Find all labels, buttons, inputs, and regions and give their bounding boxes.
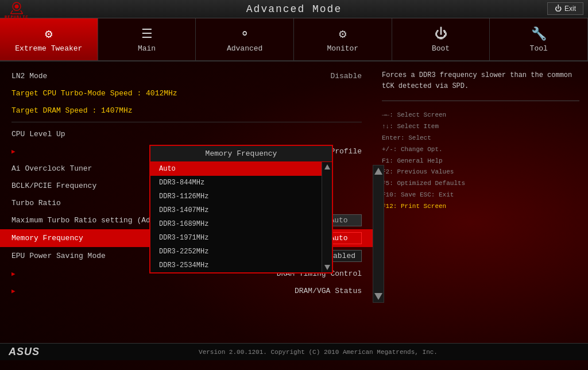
dropdown-scroll-down[interactable] [324,265,330,270]
memory-frequency-dropdown: Memory Frequency Auto DDR3-844MHz DDR3-1… [149,145,333,273]
header-title: Advanced Mode [246,3,342,15]
menu-item-ln2-mode[interactable]: LN2 Mode Disable [0,67,373,84]
exit-icon: ⏻ [555,5,562,13]
footer: ASUS Version 2.00.1201. Copyright (C) 20… [0,343,588,360]
cpu-level-up-label: CPU Level Up [11,130,65,138]
footer-copyright: Version 2.00.1201. Copyright (C) 2010 Am… [57,349,579,356]
tab-advanced[interactable]: ⚬ Advanced [196,18,294,60]
bclk-pcie-label: BCLK/PCIE Frequency [11,182,96,190]
key-f5: F5: Optimized Defaults [382,178,579,190]
key-select-item: ↑↓: Select Item [382,121,579,133]
help-description: Forces a DDR3 frequency slower than the … [382,70,579,92]
main-icon: ☰ [141,26,153,42]
monitor-icon: ⚙ [339,26,346,42]
memory-frequency-label: Memory Frequency [11,234,83,242]
dropdown-item-ddr3-1126[interactable]: DDR3-1126MHz [150,190,332,203]
tab-extreme-tweaker[interactable]: ⚙ Extreme Tweaker [0,18,98,60]
separator-1 [11,122,362,122]
advanced-icon: ⚬ [239,26,250,42]
footer-logo: ASUS [9,346,40,358]
key-help-section: →←: Select Screen ↑↓: Select Item Enter:… [382,110,579,212]
menu-item-cpu-level-up[interactable]: CPU Level Up [0,125,373,142]
tab-boot[interactable]: ⏻ Boot [392,18,490,60]
svg-point-1 [14,5,18,9]
boot-icon: ⏻ [435,26,447,42]
dram-timing-arrow: ▶ [11,270,16,278]
dropdown-item-auto[interactable]: Auto [150,162,332,176]
nav-tabs: ⚙ Extreme Tweaker ☰ Main ⚬ Advanced ⚙ Mo… [0,18,588,61]
main-scrollbar [373,165,384,303]
turbo-ratio-label: Turbo Ratio [11,199,61,207]
tab-monitor[interactable]: ⚙ Monitor [294,18,392,60]
dropdown-item-ddr3-1689[interactable]: DDR3-1689MHz [150,217,332,231]
tab-extreme-tweaker-label: Extreme Tweaker [15,44,82,53]
menu-item-dram-vga[interactable]: ▶ DRAM/VGA Status [0,282,373,299]
key-f2: F2: Previous Values [382,167,579,178]
cpu-turbo-label: Target CPU Turbo-Mode Speed : 4012MHz [11,89,177,98]
key-f12: F12: Print Screen [382,201,579,213]
main-content: LN2 Mode Disable Target CPU Turbo-Mode S… [0,61,588,343]
load-oc-arrow: ▶ [11,148,16,155]
scroll-up-button[interactable] [374,168,382,175]
key-f10: F10: Save ESC: Exit [382,190,579,201]
header-bar: REPUBLIC OF GAMERS Advanced Mode ⏻ Exit [0,0,588,18]
ln2-mode-label: LN2 Mode [11,72,47,80]
tab-boot-label: Boot [432,44,450,53]
help-divider [382,101,579,101]
tab-advanced-label: Advanced [227,44,262,53]
left-panel: LN2 Mode Disable Target CPU Turbo-Mode S… [0,61,373,343]
key-enter: Enter: Select [382,133,579,144]
dropdown-item-ddr3-2534[interactable]: DDR3-2534MHz [150,259,332,272]
right-panel: Forces a DDR3 frequency slower than the … [373,61,588,343]
svg-line-3 [21,10,23,14]
dropdown-item-ddr3-2252[interactable]: DDR3-2252MHz [150,245,332,259]
dropdown-header: Memory Frequency [150,146,332,162]
menu-item-dram-speed: Target DRAM Speed : 1407MHz [0,102,373,119]
dropdown-scroll-up[interactable] [324,164,330,169]
epu-power-label: EPU Power Saving Mode [11,252,106,260]
dram-vga-arrow: ▶ [11,287,16,295]
ai-overclock-label: Ai Overclock Tuner [11,164,92,173]
dropdown-scrollbar [322,162,332,272]
tab-tool-label: Tool [530,44,548,53]
tab-main[interactable]: ☰ Main [98,18,196,60]
tab-tool[interactable]: 🔧 Tool [490,18,588,60]
scroll-down-button[interactable] [374,293,382,300]
ln2-mode-value: Disable [330,72,362,80]
menu-item-cpu-turbo: Target CPU Turbo-Mode Speed : 4012MHz [0,84,373,102]
dram-vga-label: DRAM/VGA Status [295,287,362,295]
key-change-opt: +/-: Change Opt. [382,144,579,156]
exit-label: Exit [564,5,576,13]
svg-line-2 [10,10,13,14]
key-f1: F1: General Help [382,156,579,167]
key-select-screen: →←: Select Screen [382,110,579,121]
dram-speed-label: Target DRAM Speed : 1407MHz [11,106,133,115]
tool-icon: 🔧 [531,26,547,42]
tab-monitor-label: Monitor [327,44,359,53]
dropdown-item-ddr3-844[interactable]: DDR3-844MHz [150,176,332,190]
dropdown-item-ddr3-1971[interactable]: DDR3-1971MHz [150,231,332,245]
extreme-tweaker-icon: ⚙ [45,26,52,42]
exit-button[interactable]: ⏻ Exit [547,2,583,15]
tab-main-label: Main [138,44,156,53]
dropdown-item-ddr3-1407[interactable]: DDR3-1407MHz [150,203,332,217]
